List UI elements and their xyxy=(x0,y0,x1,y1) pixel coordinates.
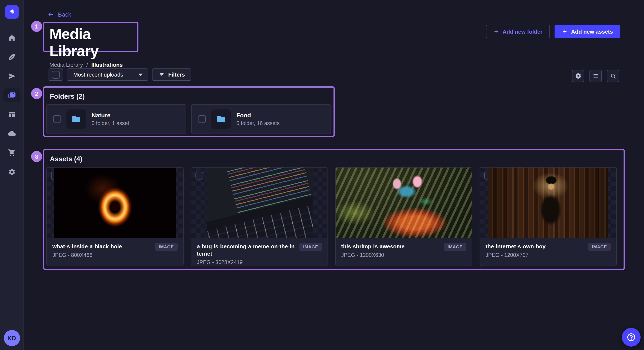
layout-icon xyxy=(8,111,16,118)
search-icon xyxy=(610,73,616,79)
asset-card-bug-meme[interactable]: a-bug-is-becoming-a-meme-on-the-internet… xyxy=(191,167,328,266)
man-in-library-photo xyxy=(488,168,608,238)
annotation-badge-1: 1 xyxy=(31,21,42,32)
help-button[interactable] xyxy=(622,328,640,347)
sidebar-item-settings[interactable] xyxy=(3,165,20,178)
toolbar: Most recent uploads Filters xyxy=(48,68,191,81)
asset-type-badge: IMAGE xyxy=(444,243,466,251)
select-all-checkbox-button[interactable] xyxy=(48,68,63,81)
annotation-badge-2: 2 xyxy=(31,88,42,99)
folder-list: Nature 0 folder, 1 asset Food 0 folder, … xyxy=(46,104,334,134)
asset-footer: this-shrimp-is-awesome JPEG - 1200X630 I… xyxy=(336,238,472,258)
cart-icon xyxy=(8,149,16,157)
cloud-icon xyxy=(8,130,16,137)
add-new-assets-button[interactable]: Add new assets xyxy=(554,25,620,38)
filter-icon xyxy=(158,71,165,78)
folder-meta: 0 folder, 1 asset xyxy=(92,120,129,126)
asset-meta: JPEG - 1200X707 xyxy=(486,252,584,258)
assets-heading: Assets (4) xyxy=(50,155,624,163)
folders-heading: Folders (2) xyxy=(50,92,334,101)
list-icon xyxy=(592,73,599,79)
asset-titles: what-s-inside-a-black-hole JPEG - 800X46… xyxy=(52,243,155,258)
asset-name: this-shrimp-is-awesome xyxy=(341,243,440,250)
plus-icon xyxy=(562,28,568,34)
breadcrumb-current: Illustrations xyxy=(91,62,123,68)
view-tools xyxy=(572,70,619,82)
folder-checkbox[interactable] xyxy=(198,115,206,123)
asset-card-shrimp[interactable]: this-shrimp-is-awesome JPEG - 1200X630 I… xyxy=(335,167,472,266)
asset-card-black-hole[interactable]: what-s-inside-a-black-hole JPEG - 800X46… xyxy=(46,167,184,266)
folder-icon xyxy=(72,114,81,124)
list-view-button[interactable] xyxy=(590,70,602,82)
sidebar-item-releases[interactable] xyxy=(3,69,20,83)
chevron-down-icon xyxy=(138,73,143,76)
asset-meta: JPEG - 3628X2419 xyxy=(197,259,296,265)
mantis-shrimp-photo xyxy=(336,168,472,238)
asset-media xyxy=(47,168,183,238)
search-button[interactable] xyxy=(607,70,619,82)
asset-footer: the-internet-s-own-boy JPEG - 1200X707 I… xyxy=(480,238,616,258)
sidebar-nav xyxy=(3,31,20,330)
annotation-box-2: 2 Folders (2) Nature 0 folder, 1 asset F… xyxy=(43,86,335,137)
asset-titles: a-bug-is-becoming-a-meme-on-the-internet… xyxy=(197,243,299,265)
sidebar-item-content-type-builder[interactable] xyxy=(3,108,20,121)
gear-icon xyxy=(575,73,582,79)
sidebar-item-media-library[interactable] xyxy=(3,88,20,102)
folder-tile xyxy=(66,109,86,129)
folder-text: Food 0 folder, 16 assets xyxy=(236,112,280,126)
sort-dropdown-value: Most recent uploads xyxy=(73,71,123,78)
filters-button[interactable]: Filters xyxy=(152,68,191,81)
folder-checkbox[interactable] xyxy=(53,115,61,123)
asset-type-badge: IMAGE xyxy=(299,243,322,251)
asset-meta: JPEG - 800X466 xyxy=(52,252,152,258)
sort-dropdown[interactable]: Most recent uploads xyxy=(67,68,148,81)
strapi-logo-icon xyxy=(6,7,17,17)
folder-tile xyxy=(211,109,231,129)
select-all-checkbox[interactable] xyxy=(52,71,60,78)
asset-titles: this-shrimp-is-awesome JPEG - 1200X630 xyxy=(341,243,444,258)
annotation-badge-3: 3 xyxy=(31,151,42,162)
asset-media xyxy=(336,168,472,238)
media-library-app: KD Back 1 Media Library Media Library / … xyxy=(0,0,644,350)
page-title: Media Library xyxy=(50,25,132,59)
paper-plane-icon xyxy=(8,72,16,80)
asset-card-internets-own-boy[interactable]: the-internet-s-own-boy JPEG - 1200X707 I… xyxy=(480,167,617,266)
black-hole-photo xyxy=(54,168,176,238)
folder-name: Food xyxy=(236,112,280,119)
asset-footer: a-bug-is-becoming-a-meme-on-the-internet… xyxy=(191,238,328,265)
asset-media xyxy=(191,168,328,238)
folder-card-nature[interactable]: Nature 0 folder, 1 asset xyxy=(46,104,186,134)
breadcrumb-parent[interactable]: Media Library xyxy=(50,62,83,68)
asset-type-badge: IMAGE xyxy=(155,243,178,251)
filters-label: Filters xyxy=(168,71,185,78)
view-settings-button[interactable] xyxy=(572,70,584,82)
plus-icon xyxy=(493,28,499,34)
asset-type-badge: IMAGE xyxy=(588,243,611,251)
add-new-folder-button[interactable]: Add new folder xyxy=(486,25,550,38)
asset-checkbox[interactable] xyxy=(196,172,203,179)
header-actions: Add new folder Add new assets xyxy=(486,25,620,38)
feather-icon xyxy=(8,53,16,61)
sidebar-item-content-manager[interactable] xyxy=(3,50,20,64)
back-label: Back xyxy=(58,11,71,18)
annotation-box-1: 1 Media Library Media Library / Illustra… xyxy=(43,22,138,52)
images-icon xyxy=(8,91,16,99)
asset-footer: what-s-inside-a-black-hole JPEG - 800X46… xyxy=(47,238,183,258)
main-content: Back 1 Media Library Media Library / Ill… xyxy=(24,0,644,350)
strapi-logo[interactable] xyxy=(5,5,18,19)
folder-meta: 0 folder, 16 assets xyxy=(236,120,280,126)
add-new-assets-label: Add new assets xyxy=(571,28,613,35)
gear-icon xyxy=(8,168,16,176)
folder-icon xyxy=(216,114,226,124)
back-link[interactable]: Back xyxy=(47,11,71,18)
user-avatar[interactable]: KD xyxy=(4,330,20,346)
sidebar-item-marketplace[interactable] xyxy=(3,146,20,160)
folder-card-food[interactable]: Food 0 folder, 16 assets xyxy=(191,104,331,134)
asset-meta: JPEG - 1200X630 xyxy=(341,252,440,258)
asset-name: what-s-inside-a-black-hole xyxy=(52,243,152,250)
asset-name: a-bug-is-becoming-a-meme-on-the-internet xyxy=(197,243,296,257)
sidebar-item-cloud[interactable] xyxy=(3,127,20,140)
breadcrumb-separator: / xyxy=(86,62,88,68)
home-icon xyxy=(8,34,16,42)
sidebar-item-home[interactable] xyxy=(3,31,20,45)
